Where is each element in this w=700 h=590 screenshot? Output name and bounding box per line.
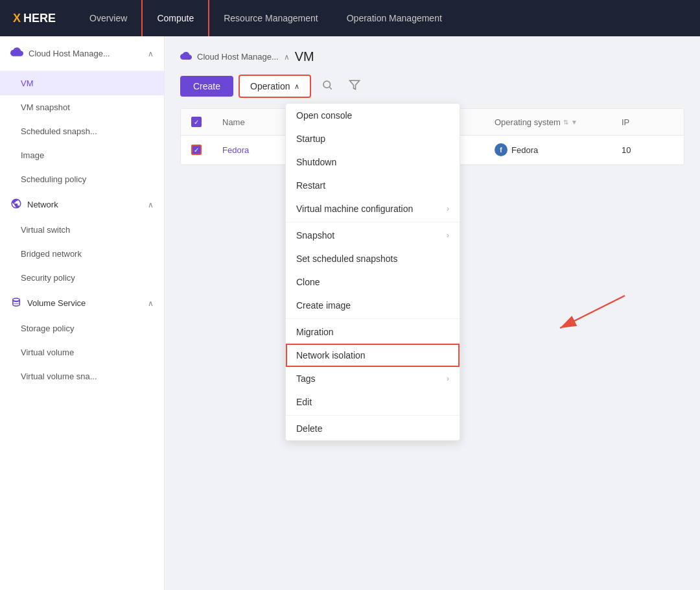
- dropdown-restart[interactable]: Restart: [286, 174, 460, 197]
- svg-line-1: [329, 87, 331, 89]
- operation-label: Operation: [250, 81, 290, 91]
- breadcrumb-parent[interactable]: Cloud Host Manage...: [197, 52, 279, 62]
- chevron-up-icon: ∧: [148, 49, 154, 58]
- dropdown-clone[interactable]: Clone: [286, 270, 460, 294]
- operation-dropdown: Open console Startup Shutdown Restart Vi…: [285, 103, 460, 441]
- dropdown-startup[interactable]: Startup: [286, 127, 460, 150]
- dropdown-snapshot[interactable]: Snapshot ›: [286, 224, 460, 247]
- row-os: f Fedora: [495, 143, 611, 156]
- page-title: VM: [295, 49, 314, 64]
- dropdown-create-image[interactable]: Create image: [286, 294, 460, 317]
- toolbar: Create Operation ∧ Open console Startup: [180, 75, 684, 98]
- dropdown-delete[interactable]: Delete: [286, 417, 460, 440]
- row-checkbox[interactable]: ✓: [191, 145, 212, 155]
- volume-icon: [10, 296, 22, 310]
- main-layout: Cloud Host Manage... ∧ VM VM snapshot Sc…: [0, 36, 700, 590]
- os-sort-icon: ⇅: [563, 119, 568, 126]
- dropdown-tags[interactable]: Tags ›: [286, 367, 460, 390]
- brand-logo[interactable]: XHERE: [13, 12, 56, 25]
- volume-group-label: Volume Service: [27, 298, 86, 308]
- sidebar-item-scheduling-policy[interactable]: Scheduling policy: [0, 167, 164, 191]
- breadcrumb-chevron: ∧: [284, 53, 290, 62]
- operation-chevron-icon: ∧: [294, 82, 299, 91]
- content-area: Cloud Host Manage... ∧ VM Create Operati…: [165, 36, 700, 590]
- tags-arrow-icon: ›: [447, 374, 449, 383]
- create-button[interactable]: Create: [180, 76, 233, 97]
- cloud-host-label: Cloud Host Manage...: [29, 49, 110, 58]
- header-checkbox[interactable]: ✓: [191, 117, 212, 127]
- network-chevron-icon: ∧: [148, 200, 154, 209]
- volume-chevron-icon: ∧: [148, 299, 154, 308]
- dropdown-edit[interactable]: Edit: [286, 390, 460, 414]
- vm-config-arrow-icon: ›: [447, 204, 449, 213]
- divider-3: [286, 415, 460, 416]
- row-ip: 10: [622, 145, 673, 155]
- sidebar-group-network[interactable]: Network ∧: [0, 191, 164, 218]
- cloud-icon: [10, 45, 23, 62]
- dropdown-network-isolation[interactable]: Network isolation: [286, 344, 460, 367]
- brand-x: X: [13, 12, 21, 25]
- sidebar-item-virtual-volume[interactable]: Virtual volume: [0, 340, 164, 364]
- sidebar-item-virtual-switch[interactable]: Virtual switch: [0, 218, 164, 242]
- annotation-arrow: [508, 283, 638, 348]
- cloud-breadcrumb-icon: [180, 50, 192, 64]
- snapshot-arrow-icon: ›: [447, 231, 449, 240]
- header-os[interactable]: Operating system ⇅ ▼: [495, 117, 611, 127]
- sidebar: Cloud Host Manage... ∧ VM VM snapshot Sc…: [0, 36, 165, 590]
- navbar: XHERE Overview Compute Resource Manageme…: [0, 0, 700, 36]
- sidebar-item-vm[interactable]: VM: [0, 71, 164, 95]
- sidebar-item-storage-policy[interactable]: Storage policy: [0, 316, 164, 340]
- network-group-label: Network: [27, 200, 58, 209]
- sidebar-item-vm-snapshot[interactable]: VM snapshot: [0, 95, 164, 119]
- dropdown-set-scheduled-snapshots[interactable]: Set scheduled snapshots: [286, 247, 460, 270]
- header-checkbox-checked: ✓: [191, 117, 202, 127]
- sidebar-item-virtual-volume-snapshot[interactable]: Virtual volume sna...: [0, 364, 164, 388]
- fedora-icon: f Fedora: [495, 143, 538, 156]
- nav-resource-management[interactable]: Resource Management: [209, 0, 332, 36]
- svg-marker-2: [349, 80, 359, 89]
- network-globe-icon: [10, 198, 22, 211]
- dropdown-migration[interactable]: Migration: [286, 320, 460, 344]
- nav-compute[interactable]: Compute: [141, 0, 209, 36]
- header-ip: IP: [622, 117, 673, 127]
- sidebar-item-image[interactable]: Image: [0, 143, 164, 167]
- sidebar-item-scheduled-snapshots[interactable]: Scheduled snapsh...: [0, 119, 164, 143]
- svg-point-0: [323, 81, 331, 88]
- nav-operation-management[interactable]: Operation Management: [332, 0, 456, 36]
- os-filter-icon: ▼: [571, 119, 578, 126]
- dropdown-open-console[interactable]: Open console: [286, 104, 460, 127]
- row-checkbox-checked: ✓: [191, 145, 202, 155]
- nav-overview[interactable]: Overview: [75, 0, 141, 36]
- sidebar-group-volume-service[interactable]: Volume Service ∧: [0, 290, 164, 316]
- dropdown-vm-config[interactable]: Virtual machine configuration ›: [286, 197, 460, 220]
- search-icon[interactable]: [316, 75, 338, 97]
- dropdown-shutdown[interactable]: Shutdown: [286, 150, 460, 174]
- cloud-host-header[interactable]: Cloud Host Manage... ∧: [0, 36, 164, 71]
- svg-line-4: [560, 296, 625, 328]
- filter-icon[interactable]: [344, 75, 366, 97]
- sidebar-item-bridged-network[interactable]: Bridged network: [0, 242, 164, 266]
- divider-1: [286, 222, 460, 222]
- sidebar-item-security-policy[interactable]: Security policy: [0, 266, 164, 290]
- operation-button[interactable]: Operation ∧: [239, 75, 310, 98]
- divider-2: [286, 318, 460, 319]
